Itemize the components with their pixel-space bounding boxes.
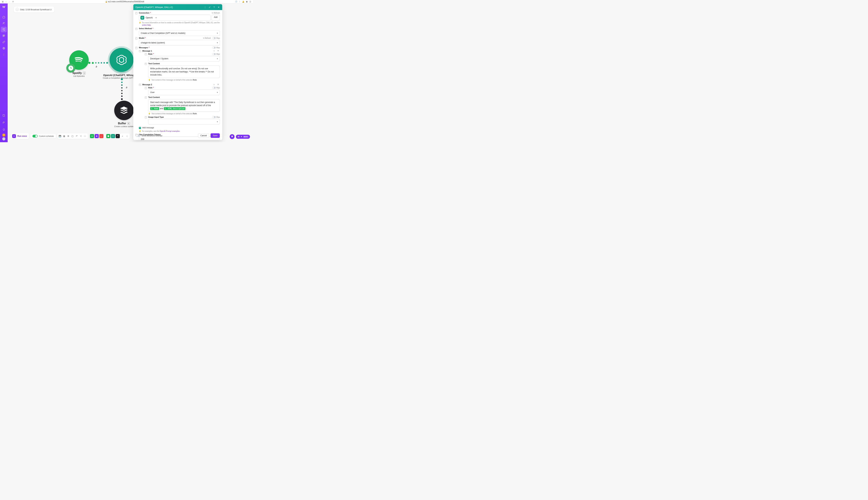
ai-assist-button[interactable]: AI ✦ BETA [236,135,250,139]
role-select[interactable]: Developer / System▾ [148,56,220,61]
refresh-link[interactable]: ↻ Refresh [212,12,220,14]
gear-icon[interactable]: ⚙ [66,134,70,138]
map-toggle[interactable] [212,87,216,89]
model-select[interactable]: chatgpt-4o-latest (system)▾ [139,40,220,45]
templates-icon[interactable] [1,33,7,38]
node-subtitle: List Episodes [61,75,97,77]
online-help-link[interactable]: online Help [142,24,151,26]
svg-rect-15 [96,136,97,137]
mapped-field-tag[interactable]: 1. Name [150,107,159,110]
browser-chrome: ▥ ← → ⟳ 🔒 eu2.make.com/832284/scenarios/… [0,0,253,3]
text-content-input[interactable]: Start each message with "The Daily Synte… [148,99,220,112]
node-spotify[interactable]: Spotify 1 List Episodes [61,50,97,77]
tabs-icon[interactable]: ◫ [249,1,251,3]
collapse-icon[interactable] [145,87,147,89]
advanced-toggle[interactable] [136,134,140,137]
avatar[interactable] [2,137,5,140]
svg-rect-7 [3,36,4,37]
used-spotify-chip[interactable] [106,134,111,138]
drag-handle-icon[interactable]: ≡ [214,83,216,86]
home-icon[interactable] [1,14,7,20]
help-icon[interactable]: ? [213,5,216,9]
used-buffer-chip[interactable] [116,134,120,138]
team-icon[interactable] [1,21,7,26]
connections-icon[interactable] [1,39,7,45]
bell-icon[interactable]: 🔔 [242,1,244,3]
schedule-toggle[interactable] [33,135,38,137]
refresh-link[interactable]: ↻ Refresh [203,37,211,39]
add-message-button[interactable]: Add message [142,127,220,129]
nav-back-icon[interactable]: ← [5,1,7,3]
schedule-label: Custom schedule [39,135,54,137]
save-icon[interactable]: 💾 [58,134,62,138]
collapse-icon[interactable] [135,47,137,49]
chevron-down-icon: ▾ [217,32,218,34]
collapse-icon[interactable] [145,63,147,65]
collapse-icon[interactable] [135,28,137,30]
node-title: Spotify [72,71,82,75]
role-select[interactable]: User▾ [148,90,220,95]
webhooks-icon[interactable] [1,45,7,51]
make-logo[interactable] [2,5,6,9]
docs-icon[interactable] [1,113,7,118]
map-toggle[interactable] [212,53,216,55]
text-content-input[interactable]: Write professionally and concise. Do not… [148,66,220,78]
image-input-type-select[interactable]: ▾ [148,119,220,124]
nav-forward-icon[interactable]: → [8,1,11,3]
rocket-icon[interactable] [1,120,7,125]
remove-icon[interactable]: ✕ [217,83,220,86]
connection-select[interactable]: OpenAI ▾ [139,15,210,21]
run-once-button[interactable]: Run once [11,133,29,139]
collapse-icon[interactable] [135,37,137,39]
collapse-icon[interactable] [139,50,141,52]
message-title: Message 2 [142,83,152,86]
method-select[interactable]: Create a Chat Completion (GPT and o1 mod… [139,30,220,36]
schedule-clock-icon[interactable] [66,64,75,72]
sidebar-toggle-icon[interactable]: ▥ [1,1,4,3]
more-icon[interactable]: ⋯ [83,134,87,138]
scenarios-icon[interactable] [1,27,7,32]
module-chip[interactable]: LI [99,134,103,138]
info-icon[interactable]: ⓘ [235,1,238,3]
note-icon[interactable]: ▢ [70,134,75,138]
cancel-button[interactable]: Cancel [198,133,209,138]
add-icon[interactable] [139,127,141,129]
ai-fab: AI ✦ BETA [230,134,250,139]
collapse-icon[interactable] [135,12,137,14]
help-badge[interactable]: ? [2,134,5,137]
collapse-icon[interactable]: ‹ [125,134,129,138]
used-openai-chip[interactable] [111,134,115,138]
kebab-icon[interactable]: ⋮ [204,5,207,9]
collapse-icon[interactable] [145,96,147,99]
wrench-icon[interactable] [125,86,128,89]
module-chip[interactable] [95,134,99,138]
autoalign-icon[interactable]: ✧ [79,134,83,138]
extensions-icon[interactable]: ▣ [245,1,248,3]
map-toggle[interactable] [212,116,216,118]
lightbulb-icon[interactable] [230,134,235,139]
collapse-icon[interactable] [145,116,147,118]
map-toggle[interactable] [212,37,216,39]
mapped-field-tag[interactable]: 1. HTML Description [164,107,185,110]
notifications-icon[interactable] [1,127,7,132]
drag-handle-icon[interactable]: ≡ [214,50,216,52]
svg-point-11 [4,55,4,56]
address-bar[interactable]: 🔒 eu2.make.com/832284/scenarios/3544392/… [105,1,144,3]
wand-icon[interactable]: ⁝ [239,1,241,3]
schedule-pill[interactable]: Custom schedule [30,134,56,138]
calendar-icon[interactable]: ▦ [62,134,66,138]
close-icon[interactable]: ✕ [217,5,220,9]
expand-icon[interactable]: ⤢ [208,5,211,9]
add-connection-button[interactable]: Add [212,15,220,21]
undo-icon[interactable]: ↶ [75,134,79,138]
reload-icon[interactable]: ⟳ [12,1,14,3]
collapse-icon[interactable] [145,53,147,55]
collapse-icon[interactable] [139,84,141,86]
remove-icon[interactable]: ✕ [217,50,220,52]
add-module-icon[interactable]: ＋ [120,134,125,138]
save-button[interactable]: Save [210,133,220,138]
module-chip[interactable] [90,134,94,138]
node-title: Buffer [118,122,126,125]
more-icon[interactable] [1,52,7,57]
map-toggle[interactable] [212,47,216,49]
